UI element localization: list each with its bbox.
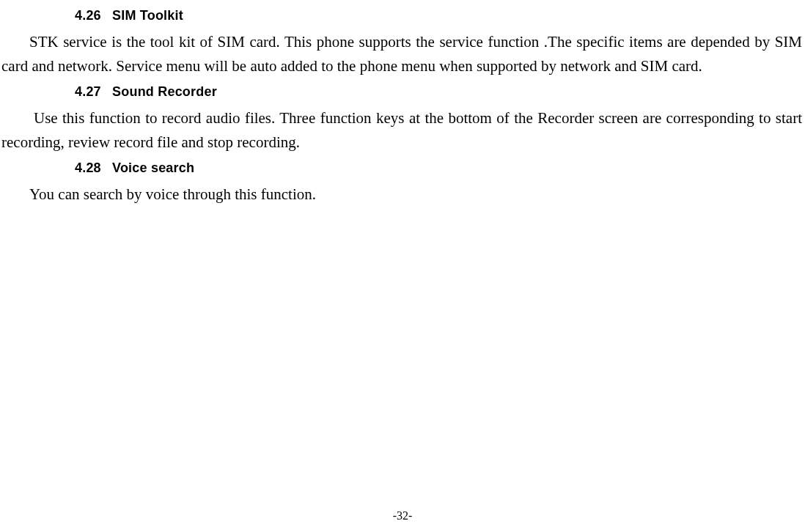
- section-body-428: You can search by voice through this fun…: [1, 182, 802, 207]
- section-title: Voice search: [112, 160, 194, 175]
- section-title: SIM Toolkit: [112, 8, 183, 23]
- section-heading-426: 4.26 SIM Toolkit: [75, 6, 802, 26]
- section-number: 4.27: [75, 82, 101, 102]
- section-heading-427: 4.27 Sound Recorder: [75, 82, 802, 102]
- section-number: 4.26: [75, 6, 101, 26]
- section-heading-428: 4.28 Voice search: [75, 158, 802, 178]
- section-body-426: STK service is the tool kit of SIM card.…: [1, 30, 802, 78]
- section-number: 4.28: [75, 158, 101, 178]
- section-body-427: Use this function to record audio files.…: [1, 106, 802, 154]
- section-title: Sound Recorder: [112, 84, 217, 99]
- page-number: -32-: [0, 507, 805, 525]
